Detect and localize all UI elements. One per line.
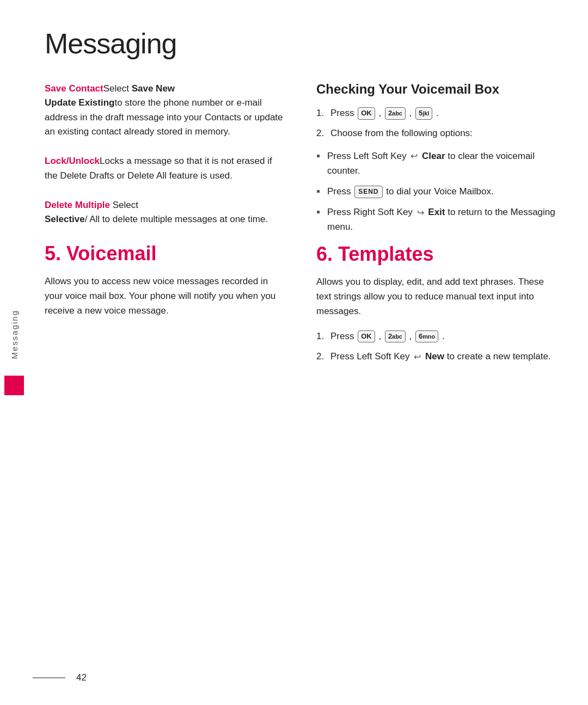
columns: Save ContactSelect Save New Update Exist…: [45, 82, 555, 678]
step1-comma2: ,: [409, 108, 414, 118]
delete-multiple-desc-rest: / All to delete multiple messages at one…: [85, 214, 268, 224]
templates-body: Allows you to display, edit, and add tex…: [316, 274, 555, 319]
bullet-send: ▪ Press SEND to dial your Voice Mailbox.: [316, 185, 555, 199]
bullet-exit-text: Press Right Soft Key ↪ Exit to return to…: [327, 205, 555, 234]
footer-line: [33, 677, 65, 678]
step1-content: Press OK , 2 abc , 5 jkl .: [330, 106, 439, 120]
voicemail-heading: 5. Voicemail: [45, 242, 284, 265]
selective-bold: Selective: [45, 214, 85, 224]
step1-press-label: Press: [330, 108, 357, 118]
delete-multiple-label: Delete Multiple: [45, 200, 110, 210]
bullet-dot-3: ▪: [316, 205, 323, 218]
send-key: SEND: [354, 186, 382, 198]
templates-step1: 1. Press OK , 2 abc , 6 mno .: [316, 329, 555, 344]
t-step1-content: Press OK , 2 abc , 6 mno .: [330, 329, 445, 344]
step2-label: Choose from the following options:: [330, 126, 473, 140]
page-title: Messaging: [45, 27, 555, 60]
step1-period: .: [436, 108, 439, 118]
voicemail-step1: 1. Press OK , 2 abc , 5 jkl .: [316, 106, 555, 120]
left-soft-key-icon-1: ↩: [411, 150, 418, 163]
sidebar: Messaging: [0, 0, 28, 705]
voicemail-steps: 1. Press OK , 2 abc , 5 jkl .: [316, 106, 555, 140]
templates-steps: 1. Press OK , 2 abc , 6 mno .: [316, 329, 555, 364]
page-number: 42: [76, 672, 87, 683]
t-step1-num: 1.: [316, 329, 327, 344]
t-step2-num: 2.: [316, 349, 327, 364]
left-soft-key-icon-2: ↩: [414, 350, 421, 364]
new-bold: New: [425, 351, 444, 361]
t-step2-content: Press Left Soft Key ↩ New to create a ne…: [330, 349, 551, 364]
step1-num: 1.: [316, 106, 327, 120]
voicemail-check-section: Checking Your Voicemail Box 1. Press OK …: [316, 82, 555, 234]
5jkl-key: 5 jkl: [415, 107, 432, 119]
bullet-clear: ▪ Press Left Soft Key ↩ Clear to clear t…: [316, 149, 555, 178]
exit-bold: Exit: [428, 207, 445, 217]
t-ok-key: OK: [358, 330, 375, 342]
voicemail-step2: 2. Choose from the following options:: [316, 126, 555, 140]
section6-templates: 6. Templates Allows you to display, edit…: [316, 243, 555, 364]
left-column: Save ContactSelect Save New Update Exist…: [45, 82, 284, 678]
t-step1-period: .: [442, 331, 445, 341]
right-column: Checking Your Voicemail Box 1. Press OK …: [316, 82, 555, 678]
2abc-key: 2 abc: [385, 107, 406, 119]
clear-bold: Clear: [422, 151, 445, 161]
bullet-clear-text: Press Left Soft Key ↩ Clear to clear the…: [327, 149, 555, 178]
step2-num: 2.: [316, 126, 327, 140]
sidebar-label: Messaging: [10, 310, 19, 359]
lock-unlock-block: Lock/UnlockLocks a message so that it is…: [45, 154, 284, 183]
voicemail-check-heading: Checking Your Voicemail Box: [316, 82, 555, 97]
save-contact-block: Save ContactSelect Save New Update Exist…: [45, 82, 284, 139]
section5-voicemail: 5. Voicemail Allows you to access new vo…: [45, 242, 284, 318]
bullet-send-text: Press SEND to dial your Voice Mailbox.: [327, 185, 494, 199]
save-new-bold: Save New: [132, 83, 175, 94]
save-contact-label: Save Contact: [45, 83, 103, 94]
t-step1-comma1: ,: [378, 331, 383, 341]
page-container: Messaging Messaging Save ContactSelect S…: [0, 0, 588, 705]
templates-heading: 6. Templates: [316, 243, 555, 266]
lock-unlock-label: Lock/Unlock: [45, 156, 100, 166]
save-contact-desc-inline: Select: [103, 83, 132, 94]
t-2abc-key: 2 abc: [385, 330, 406, 342]
update-existing-bold: Update Existing: [45, 97, 114, 108]
t-step1-press-label: Press: [330, 331, 357, 341]
templates-step2: 2. Press Left Soft Key ↩ New to create a…: [316, 349, 555, 364]
t-step1-comma2: ,: [409, 331, 414, 341]
main-content: Messaging Save ContactSelect Save New Up…: [28, 0, 588, 705]
delete-multiple-block: Delete Multiple Select Selective/ All to…: [45, 198, 284, 227]
ok-key: OK: [358, 107, 375, 119]
delete-multiple-desc-inline: Select: [110, 200, 138, 210]
step1-comma1: ,: [378, 108, 383, 118]
voicemail-bullet-list: ▪ Press Left Soft Key ↩ Clear to clear t…: [316, 149, 555, 234]
t-6mno-key: 6 mno: [415, 330, 438, 342]
right-soft-key-icon: ↪: [417, 206, 424, 220]
sidebar-bar: [4, 376, 24, 395]
voicemail-body: Allows you to access new voice messages …: [45, 274, 284, 318]
bullet-exit: ▪ Press Right Soft Key ↪ Exit to return …: [316, 205, 555, 234]
page-footer: 42: [33, 672, 555, 683]
bullet-dot-2: ▪: [316, 185, 323, 198]
bullet-dot-1: ▪: [316, 149, 323, 162]
